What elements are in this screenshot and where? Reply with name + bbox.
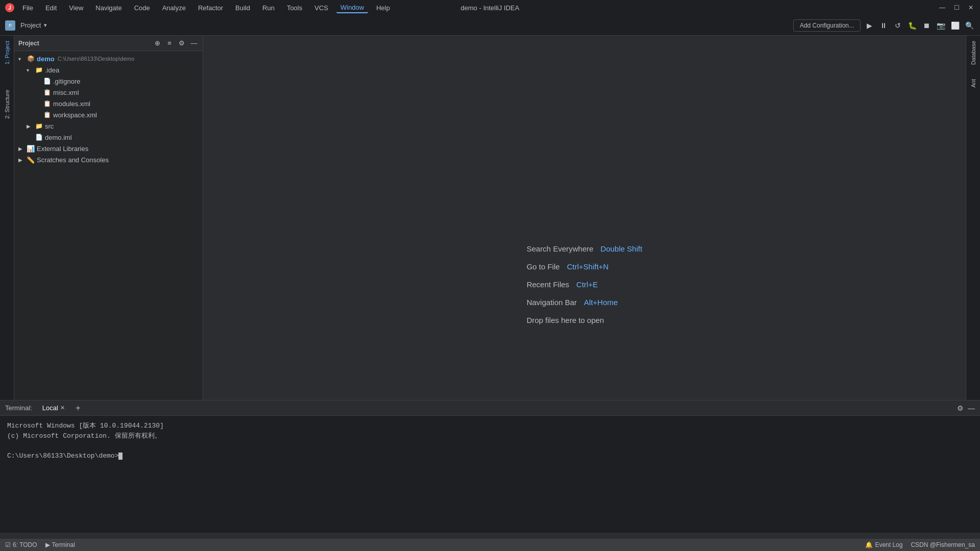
terminal-line-4: C:\Users\86133\Desktop\demo>: [7, 451, 973, 461]
project-folder-icon: P: [5, 20, 15, 31]
modules-xml-icon: 📋: [43, 99, 51, 108]
terminal-cursor: [118, 453, 122, 460]
menu-build[interactable]: Build: [231, 3, 254, 13]
collapse-all-icon[interactable]: ≡: [165, 39, 174, 48]
tree-item-gitignore[interactable]: 📄 .gitignore: [14, 76, 203, 87]
terminal-prompt: C:\Users\86133\Desktop\demo>: [7, 452, 118, 460]
todo-status-button[interactable]: ☑ 6: TODO: [5, 541, 37, 548]
menu-file[interactable]: File: [18, 3, 37, 13]
project-label: Project: [20, 21, 41, 29]
hint-recent-files: Recent Files Ctrl+E: [527, 280, 598, 289]
hint-label-recent: Recent Files: [527, 280, 569, 289]
search-everywhere-button[interactable]: 🔍: [964, 20, 975, 31]
tree-item-demo-root[interactable]: ▾ 📦 demo C:\Users\86133\Desktop\demo: [14, 53, 203, 64]
tree-item-misc-xml[interactable]: 📋 misc.xml: [14, 87, 203, 98]
tree-label-workspace-xml: workspace.xml: [53, 111, 97, 119]
menu-window[interactable]: Window: [336, 3, 368, 13]
menu-help[interactable]: Help: [372, 3, 394, 13]
add-configuration-button[interactable]: Add Configuration...: [793, 19, 861, 32]
misc-xml-icon: 📋: [43, 88, 51, 96]
crosshair-icon[interactable]: ⊕: [153, 39, 162, 48]
hint-label-goto: Go to File: [527, 262, 560, 271]
stop-icon[interactable]: ⏹: [921, 20, 932, 31]
terminal-tab-close[interactable]: ✕: [60, 405, 65, 411]
terminal-status-button[interactable]: ▶ Terminal: [45, 541, 75, 548]
hint-label-search: Search Everywhere: [527, 244, 594, 253]
minimize-button[interactable]: —: [938, 4, 946, 12]
user-text: CSDN @Fishermen_sa: [911, 541, 975, 548]
maximize-button[interactable]: ☐: [952, 4, 961, 12]
title-bar-left: J File Edit View Navigate Code Analyze R…: [5, 3, 394, 13]
status-bar: ☑ 6: TODO ▶ Terminal 🔔 Event Log CSDN @F…: [0, 539, 980, 551]
terminal-area: Terminal: Local ✕ + ⚙ — Microsoft Window…: [0, 400, 980, 533]
pause-icon[interactable]: ⏸: [878, 20, 889, 31]
tree-label-scratches-consoles: Scratches and Consoles: [37, 156, 109, 164]
event-log-icon: 🔔: [865, 541, 873, 548]
iml-icon: 📄: [35, 133, 43, 141]
tree-item-modules-xml[interactable]: 📋 modules.xml: [14, 98, 203, 109]
terminal-settings-icon[interactable]: ⚙: [957, 404, 964, 412]
terminal-body[interactable]: Microsoft Windows [版本 10.0.19044.2130] (…: [0, 416, 980, 533]
event-log-button[interactable]: 🔔 Event Log: [865, 541, 902, 548]
status-bar-right: 🔔 Event Log CSDN @Fishermen_sa: [865, 541, 975, 548]
menu-code[interactable]: Code: [130, 3, 154, 13]
scratches-icon: ✏️: [27, 156, 35, 164]
hint-shortcut-search: Double Shift: [601, 244, 643, 253]
debug-icon[interactable]: 🐛: [906, 20, 918, 31]
tree-item-workspace-xml[interactable]: 📋 workspace.xml: [14, 109, 203, 120]
terminal-minimize-icon[interactable]: —: [968, 404, 975, 412]
menu-navigate[interactable]: Navigate: [91, 3, 126, 13]
tree-item-demo-iml[interactable]: 📄 demo.iml: [14, 132, 203, 143]
menu-tools[interactable]: Tools: [283, 3, 306, 13]
external-libraries-icon: 📊: [27, 144, 35, 153]
tree-item-idea[interactable]: ▾ 📁 .idea: [14, 64, 203, 76]
terminal-status-icon: ▶: [45, 541, 50, 548]
menu-view[interactable]: View: [65, 3, 87, 13]
menu-refactor[interactable]: Refactor: [194, 3, 227, 13]
panel-minimize-icon[interactable]: —: [189, 39, 199, 48]
close-button[interactable]: ✕: [967, 4, 975, 12]
project-dropdown-icon[interactable]: ▾: [44, 22, 47, 29]
run-icon[interactable]: ▶: [864, 20, 875, 31]
layout-icon[interactable]: ⬜: [949, 20, 961, 31]
tree-item-scratches-consoles[interactable]: ▶ ✏️ Scratches and Consoles: [14, 154, 203, 165]
tree-label-demo: demo: [37, 55, 55, 63]
tree-arrow-external: ▶: [18, 146, 27, 152]
tree-item-external-libraries[interactable]: ▶ 📊 External Libraries: [14, 143, 203, 154]
tree-item-src[interactable]: ▶ 📁 src: [14, 120, 203, 132]
hint-label-nav: Navigation Bar: [527, 298, 577, 307]
terminal-status-label: Terminal: [52, 541, 75, 548]
refresh-icon[interactable]: ↺: [892, 20, 903, 31]
user-label: CSDN @Fishermen_sa: [911, 541, 975, 548]
terminal-label: Terminal:: [5, 404, 32, 412]
sidebar-tab-project[interactable]: 1: Project: [3, 38, 11, 67]
terminal-add-tab-button[interactable]: +: [73, 403, 83, 413]
title-bar-right: — ☐ ✕: [938, 4, 975, 12]
camera-icon[interactable]: 📷: [935, 20, 946, 31]
title-bar: J File Edit View Navigate Code Analyze R…: [0, 0, 980, 15]
toolbar-bar: P Project ▾ Add Configuration... ▶ ⏸ ↺ 🐛…: [0, 15, 980, 36]
menu-vcs[interactable]: VCS: [310, 3, 332, 13]
hint-navigation-bar: Navigation Bar Alt+Home: [527, 298, 618, 307]
right-tab-database[interactable]: Database: [969, 38, 977, 68]
terminal-header: Terminal: Local ✕ + ⚙ —: [0, 400, 980, 416]
tree-label-modules-xml: modules.xml: [53, 100, 90, 108]
hint-shortcut-goto: Ctrl+Shift+N: [567, 262, 609, 271]
hint-shortcut-nav: Alt+Home: [584, 298, 618, 307]
workspace-xml-icon: 📋: [43, 111, 51, 119]
menu-edit[interactable]: Edit: [41, 3, 61, 13]
right-tab-ant[interactable]: Ant: [969, 76, 977, 91]
sidebar-tab-structure[interactable]: 2: Structure: [3, 87, 11, 122]
todo-label: 6: TODO: [13, 541, 37, 548]
menu-analyze[interactable]: Analyze: [158, 3, 190, 13]
tree-label-external-libraries: External Libraries: [37, 145, 88, 153]
panel-settings-icon[interactable]: ⚙: [177, 39, 186, 48]
window-title: demo - IntelliJ IDEA: [461, 4, 520, 12]
tree-label-src: src: [45, 122, 54, 130]
src-folder-icon: 📁: [35, 122, 43, 130]
hint-shortcut-recent: Ctrl+E: [576, 280, 598, 289]
terminal-tab-local[interactable]: Local ✕: [38, 403, 69, 413]
terminal-line-3: [7, 441, 973, 451]
menu-run[interactable]: Run: [258, 3, 279, 13]
terminal-line-2: (c) Microsoft Corporation. 保留所有权利。: [7, 431, 973, 441]
